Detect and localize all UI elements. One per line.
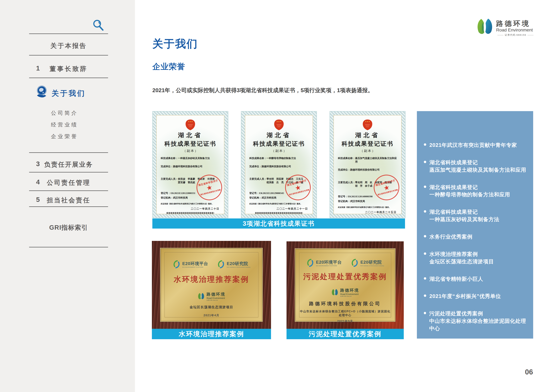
divider (29, 55, 108, 56)
plaque-date: 2021年4月 (204, 314, 219, 317)
cert-reg-org: 武汉市科技局 (173, 196, 188, 200)
certificate-1: ★★★ 湖北省 科技成果登记证书 （ 副 本 ） 科技成果名称：一种蒸压灰砂砖及… (152, 111, 228, 218)
cert-date: 二〇二一年四月二十一日 (250, 207, 308, 211)
bullet-icon (424, 294, 426, 297)
cert-reg-org: 武汉市科技局 (262, 196, 276, 200)
logo-name-en: Road Environment (496, 28, 533, 33)
cert-achievement-name: 一种酵母培养物的制备方法 (267, 157, 296, 160)
cert-unit: 路德环境科技股份有限公司 (350, 168, 380, 171)
road-environment-logo: 路德环境 Road Environment 证券代码:688156 (331, 288, 359, 297)
sidebar-item-gri-index[interactable]: GRI指标索引 (29, 223, 108, 232)
page-title: 关于我们 (152, 37, 198, 51)
cert-reg-number: EK2021E120122000331 (171, 192, 195, 195)
certificates-caption: 3项湖北省科技成果证书 (152, 218, 405, 228)
cert-achievement-name: 蒸压加气混凝土砌块及其制备方法和应用 (355, 157, 397, 163)
divider (29, 247, 108, 247)
svg-text:★★★: ★★★ (188, 121, 193, 123)
cert-province: 湖北省 (334, 131, 401, 139)
divider (29, 78, 108, 78)
divider (29, 152, 108, 153)
cert-reg-number: EK2021E120140000398 (348, 195, 372, 198)
sidebar-item-business-performance[interactable]: 经营业绩 (51, 121, 78, 128)
bullet-icon (424, 252, 426, 255)
e20-swirl-icon (351, 259, 359, 267)
intro-text: 2021年，公司或实际控制人共获得3项湖北省科技成果证书，5项行业奖项，1项表扬… (152, 87, 429, 94)
cert-reg-org: 武汉市科技局 (350, 200, 365, 203)
road-environment-logo: 路德环境 Road Environment 证券代码:688156 (197, 292, 226, 301)
bullet-icon (424, 185, 426, 188)
cert-copy: （ 副 本 ） (157, 149, 224, 153)
national-emblem-icon: ★★★ (274, 120, 284, 130)
divider (29, 207, 108, 207)
barcode (255, 212, 303, 214)
honor-item: 湖北省专精特新小巨人 (424, 275, 530, 283)
cert-date: 二〇二一年四月二十日 (161, 207, 219, 211)
page-number: 06 (525, 368, 533, 376)
logo-stock-code: 证券代码:688156 (496, 34, 535, 36)
plaque-date: 2021年9月 (337, 319, 353, 323)
plaque-title: 水环境治理推荐案例 (174, 274, 249, 284)
honor-item: 水务行业优秀案例 (424, 233, 530, 241)
plaque1-caption: 水环境治理推荐案例 (152, 329, 271, 339)
national-emblem-icon: ★★★ (185, 120, 195, 130)
divider (29, 34, 108, 34)
national-emblem-icon: ★★★ (363, 120, 372, 130)
honor-item: 湖北省科技成果登记蒸压加气混凝土砌块及其制备方法和应用 (424, 159, 530, 174)
svg-text:★★★: ★★★ (276, 121, 281, 123)
logo-leaves-icon (197, 292, 205, 300)
plaque2-caption: 污泥处理处置优秀案例 (286, 329, 404, 339)
red-stamp-icon: 湖北省科学技术厅 ★ 湖北省科技成果登记专用章 (371, 172, 402, 203)
plaque-company: 路德环境科技股份有限公司 (309, 301, 381, 307)
e20-swirl-icon (217, 260, 225, 268)
plaque-sludge-treatment: E20环境平台 E20 ENVIRONMENT PLATFORM E20研究院 … (286, 241, 404, 329)
sidebar-item-company-profile[interactable]: 公司简介 (51, 110, 78, 117)
cert-title: 科技成果登记证书 (157, 140, 224, 148)
cert-title: 科技成果登记证书 (334, 140, 401, 148)
barcode (167, 212, 214, 214)
honor-item: 2021年武汉市有突出贡献中青年专家 (424, 142, 530, 149)
bullet-icon (424, 161, 426, 163)
logo-leaves-icon (331, 289, 338, 296)
plaque-project: 中山市未达标水体综合整治工程EPC+O（小隐涌流域）淤泥固化处理中心 (300, 309, 390, 317)
report-page: 关于本报告 1 董事长致辞 关于我们 公司简介 经营业绩 企业荣誉 3 负责任开… (0, 0, 555, 392)
bullet-icon (424, 210, 426, 213)
certificate-2: ★★★ 湖北省 科技成果登记证书 （ 副 本 ） 科技成果名称：一种酵母培养物的… (241, 111, 317, 218)
divider (29, 191, 108, 191)
cert-unit: 路德环境科技股份有限公司 (173, 165, 203, 168)
e20-institute-logo: E20研究院 E20 Institute of Environment Indu… (217, 260, 250, 268)
svg-text:★★★: ★★★ (365, 121, 370, 123)
e20-swirl-icon (306, 259, 314, 267)
honor-item: 2021年度“乡村振兴”优秀单位 (424, 292, 530, 300)
cert-basis: 此证依据《湖北省科学技术成果登记与统计工作管理办法》颁发。 (161, 203, 220, 205)
bullet-icon (424, 277, 426, 280)
section-subtitle: 企业荣誉 (152, 61, 185, 72)
honors-panel: 2021年武汉市有突出贡献中青年专家 湖北省科技成果登记蒸压加气混凝土砌块及其制… (417, 111, 533, 339)
logo-name-cn: 路德环境 (496, 19, 530, 28)
divider (29, 172, 108, 172)
cert-copy: （ 副 本 ） (245, 149, 313, 153)
cert-date: 二〇二一年四月二十五日 (339, 211, 396, 214)
cert-unit: 路德环境科技股份有限公司 (262, 165, 291, 168)
honor-item: 污泥处理处置优秀案例中山市未达标水体综合整治淤泥固化处理中心 (424, 310, 530, 332)
sidebar: 关于本报告 1 董事长致辞 关于我们 公司简介 经营业绩 企业荣誉 3 负责任开… (0, 0, 135, 392)
honor-item: 湖北省科技成果登记一种酵母培养物的制备方法和应用 (424, 184, 530, 199)
cert-province: 湖北省 (245, 131, 313, 139)
globe-hand-icon (35, 85, 48, 98)
plaque-water-environment: E20环境平台 E20 ENVIRONMENT PLATFORM E20研究院 … (152, 241, 271, 329)
search-icon[interactable] (93, 19, 104, 31)
plaque-project: 金坛区长荡湖生态清淤项目 (190, 305, 233, 309)
cert-copy: （ 副 本 ） (334, 149, 401, 153)
e20-platform-logo: E20环境平台 E20 ENVIRONMENT PLATFORM (172, 260, 208, 268)
e20-swirl-icon (172, 260, 181, 268)
cert-basis: 此证依据《湖北省科学技术成果登记与统计工作管理办法》颁发。 (338, 206, 397, 208)
honor-item: 湖北省科技成果登记一种蒸压灰砂砖及其制备方法 (424, 208, 530, 223)
certificate-3: ★★★ 湖北省 科技成果登记证书 （ 副 本 ） 科技成果名称：蒸压加气混凝土砌… (329, 111, 405, 218)
plaque-title: 污泥处理处置优秀案例 (303, 272, 387, 282)
cert-basis: 此证依据《湖北省科学技术成果登记与统计工作管理办法》颁发。 (249, 203, 308, 205)
company-logo: 路德环境 Road Environment 证券代码:688156 (476, 18, 539, 38)
cert-achievement-name: 一种蒸压灰砂砖及其制备方法 (178, 157, 210, 160)
sidebar-item-corporate-honors[interactable]: 企业荣誉 (51, 133, 78, 140)
bullet-icon (424, 312, 426, 314)
sidebar-item-about-report[interactable]: 关于本报告 (29, 41, 108, 50)
bullet-icon (424, 143, 426, 146)
